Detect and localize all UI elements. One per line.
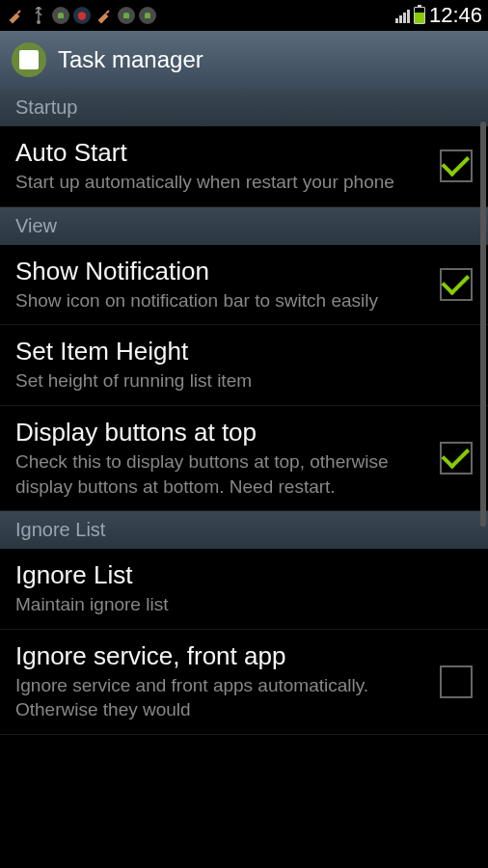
broom-icon-2 bbox=[95, 6, 114, 25]
setting-auto-start[interactable]: Auto Start Start up automatically when r… bbox=[0, 126, 488, 207]
setting-display-buttons[interactable]: Display buttons at top Check this to dis… bbox=[0, 406, 488, 511]
section-header-view: View bbox=[0, 207, 488, 245]
status-icons-left bbox=[6, 6, 156, 25]
broom-icon bbox=[6, 6, 25, 25]
section-header-ignore: Ignore List bbox=[0, 511, 488, 549]
battery-icon bbox=[414, 7, 425, 24]
checkbox-auto-start[interactable] bbox=[440, 149, 473, 182]
setting-show-notification[interactable]: Show Notification Show icon on notificat… bbox=[0, 245, 488, 326]
settings-list[interactable]: Startup Auto Start Start up automaticall… bbox=[0, 89, 488, 868]
setting-title: Set Item Height bbox=[15, 337, 473, 366]
scrollbar[interactable] bbox=[480, 122, 486, 527]
setting-ignore-list[interactable]: Ignore List Maintain ignore list bbox=[0, 549, 488, 630]
signal-icon bbox=[395, 8, 410, 23]
setting-subtitle: Ignore service and front apps automatica… bbox=[15, 673, 428, 722]
setting-item-height[interactable]: Set Item Height Set height of running li… bbox=[0, 325, 488, 406]
android-icon-3 bbox=[139, 7, 156, 24]
setting-subtitle: Set height of running list item bbox=[15, 368, 473, 393]
setting-title: Ignore List bbox=[15, 560, 473, 590]
android-icon-2 bbox=[118, 7, 135, 24]
setting-subtitle: Show icon on notification bar to switch … bbox=[15, 288, 428, 313]
setting-title: Ignore service, front app bbox=[15, 641, 428, 671]
usb-icon bbox=[29, 6, 48, 25]
setting-subtitle: Start up automatically when restart your… bbox=[15, 170, 428, 195]
setting-subtitle: Check this to display buttons at top, ot… bbox=[15, 449, 428, 499]
section-header-startup: Startup bbox=[0, 89, 488, 126]
title-bar: Task manager bbox=[0, 31, 488, 89]
status-bar: 12:46 bbox=[0, 0, 488, 31]
setting-title: Display buttons at top bbox=[15, 418, 428, 448]
setting-subtitle: Maintain ignore list bbox=[15, 592, 473, 617]
svg-point-0 bbox=[37, 20, 41, 24]
setting-title: Show Notification bbox=[15, 257, 428, 286]
clock: 12:46 bbox=[429, 3, 482, 28]
android-icon bbox=[52, 7, 69, 24]
setting-ignore-service[interactable]: Ignore service, front app Ignore service… bbox=[0, 630, 488, 735]
checkbox-ignore-service[interactable] bbox=[440, 665, 473, 698]
checkbox-show-notification[interactable] bbox=[440, 268, 473, 301]
app-icon bbox=[12, 42, 46, 77]
setting-title: Auto Start bbox=[15, 138, 428, 168]
checkbox-display-buttons[interactable] bbox=[440, 442, 473, 475]
page-title: Task manager bbox=[58, 46, 203, 73]
shield-icon bbox=[73, 7, 91, 24]
status-icons-right: 12:46 bbox=[395, 3, 482, 28]
